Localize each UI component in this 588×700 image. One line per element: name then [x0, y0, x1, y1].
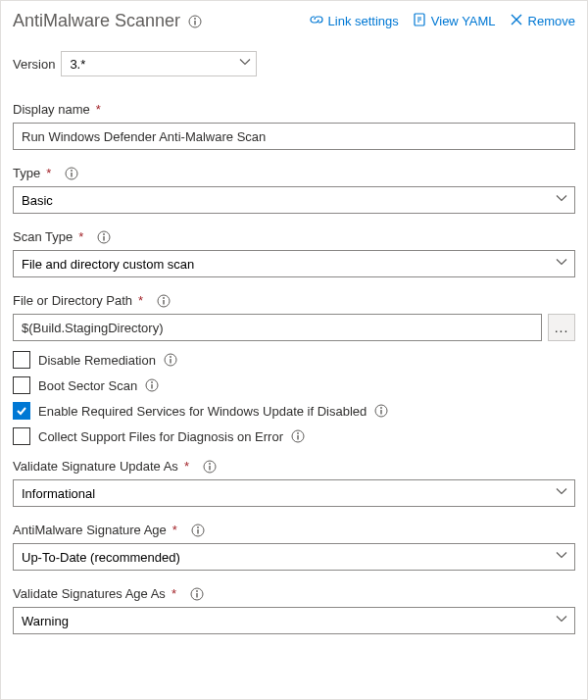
required-mark: * — [138, 293, 143, 308]
path-input[interactable] — [13, 314, 542, 341]
task-settings-panel: AntiMalware Scanner Link settings View Y… — [0, 0, 588, 700]
field-type: Type * — [13, 166, 575, 214]
check-collect-support: Collect Support Files for Diagnosis on E… — [13, 427, 575, 445]
info-icon[interactable] — [291, 429, 305, 443]
field-validate-sig-age: Validate Signatures Age As * — [13, 586, 575, 634]
type-select[interactable] — [13, 186, 575, 214]
version-select[interactable] — [61, 51, 257, 76]
title-group: AntiMalware Scanner — [13, 11, 202, 31]
info-icon[interactable] — [190, 587, 204, 601]
scan-type-select[interactable] — [13, 250, 575, 277]
link-settings-button[interactable]: Link settings — [310, 13, 399, 29]
remove-label: Remove — [528, 14, 575, 28]
sig-age-label: AntiMalware Signature Age — [13, 523, 167, 537]
header-actions: Link settings View YAML Remove — [310, 13, 575, 29]
check-enable-services: Enable Required Services for Windows Upd… — [13, 402, 575, 420]
validate-sig-update-label: Validate Signature Update As — [13, 459, 178, 474]
required-mark: * — [172, 586, 176, 601]
boot-sector-checkbox[interactable] — [13, 376, 30, 394]
disable-remediation-checkbox[interactable] — [13, 351, 30, 369]
field-validate-sig-update: Validate Signature Update As * — [13, 459, 575, 507]
required-mark: * — [96, 102, 101, 117]
path-label: File or Directory Path — [13, 293, 132, 308]
field-sig-age: AntiMalware Signature Age * — [13, 523, 575, 571]
boot-sector-label: Boot Sector Scan — [38, 378, 137, 393]
required-mark: * — [184, 459, 189, 474]
collect-support-checkbox[interactable] — [13, 427, 30, 445]
link-settings-label: Link settings — [328, 14, 399, 28]
required-mark: * — [46, 166, 51, 180]
remove-button[interactable]: Remove — [510, 13, 575, 29]
display-name-label: Display name — [13, 102, 90, 117]
version-label: Version — [13, 57, 55, 72]
view-yaml-label: View YAML — [431, 14, 496, 28]
close-icon — [510, 13, 523, 29]
field-path: File or Directory Path * ... — [13, 293, 575, 341]
panel-header: AntiMalware Scanner Link settings View Y… — [13, 11, 575, 31]
disable-remediation-label: Disable Remediation — [38, 353, 156, 368]
info-icon[interactable] — [374, 404, 388, 418]
info-icon[interactable] — [145, 378, 159, 392]
info-icon[interactable] — [191, 524, 205, 537]
check-disable-remediation: Disable Remediation — [13, 351, 575, 369]
enable-services-checkbox[interactable] — [13, 402, 30, 420]
sig-age-select[interactable] — [13, 543, 575, 571]
validate-sig-age-label: Validate Signatures Age As — [13, 586, 166, 601]
required-mark: * — [78, 229, 83, 244]
view-yaml-button[interactable]: View YAML — [413, 13, 496, 29]
version-row: Version — [13, 51, 575, 76]
required-mark: * — [172, 523, 177, 537]
check-boot-sector: Boot Sector Scan — [13, 376, 575, 394]
info-icon[interactable] — [164, 353, 177, 367]
yaml-icon — [413, 13, 426, 29]
panel-title: AntiMalware Scanner — [13, 11, 180, 31]
validate-sig-update-select[interactable] — [13, 479, 575, 507]
scan-type-label: Scan Type — [13, 229, 73, 244]
info-icon[interactable] — [157, 294, 171, 308]
type-label: Type — [13, 166, 40, 180]
link-icon — [310, 13, 323, 29]
enable-services-label: Enable Required Services for Windows Upd… — [38, 404, 367, 419]
field-display-name: Display name * — [13, 102, 575, 150]
collect-support-label: Collect Support Files for Diagnosis on E… — [38, 429, 283, 444]
info-icon[interactable] — [203, 460, 217, 474]
info-icon[interactable] — [97, 230, 111, 244]
display-name-input[interactable] — [13, 123, 575, 150]
browse-button[interactable]: ... — [548, 314, 575, 341]
validate-sig-age-select[interactable] — [13, 607, 575, 634]
info-icon[interactable] — [65, 167, 78, 180]
field-scan-type: Scan Type * — [13, 229, 575, 277]
info-icon[interactable] — [188, 15, 202, 28]
